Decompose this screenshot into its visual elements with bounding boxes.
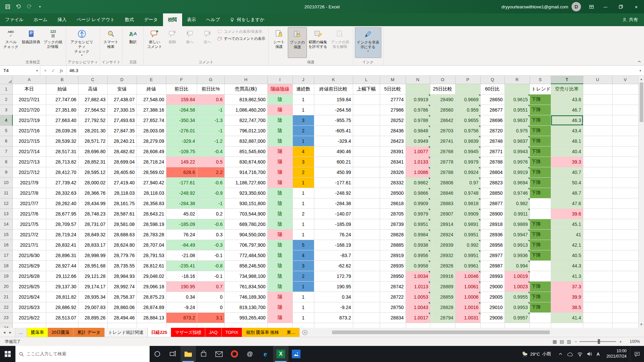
- cell-M1[interactable]: 5日比較: [380, 84, 406, 94]
- protect-workbook-button[interactable]: ブックの 保護: [288, 27, 307, 58]
- cell-H18[interactable]: 858,246,500: [224, 260, 267, 271]
- cell-C1[interactable]: 高値: [78, 84, 107, 94]
- cell-P23[interactable]: 1.0031: [455, 312, 480, 323]
- cell-B20[interactable]: 29,137.30: [46, 281, 78, 292]
- cell-O3[interactable]: 28560: [430, 105, 455, 115]
- cell-N24[interactable]: [406, 323, 430, 328]
- cell-T11[interactable]: 48.7: [551, 188, 583, 198]
- cell-O14[interactable]: 28914: [430, 219, 455, 229]
- tab-formulas[interactable]: 数式: [120, 13, 139, 26]
- cell-C21[interactable]: 28,935.34: [78, 292, 107, 302]
- cell-C9[interactable]: 28,595.12: [78, 167, 107, 177]
- cell-Q6[interactable]: 28748: [480, 136, 504, 146]
- cell-P12[interactable]: 0.9818: [455, 198, 480, 208]
- cell-E11[interactable]: 28,118.03: [137, 188, 166, 198]
- cell-O7[interactable]: 28768: [430, 146, 455, 157]
- cell-K16[interactable]: -168.19: [314, 240, 353, 250]
- cell-E19[interactable]: 29,048.02: [137, 271, 166, 281]
- cell-H5[interactable]: 796,012,100: [224, 125, 267, 136]
- cell-L21[interactable]: [353, 292, 380, 302]
- cell-B14[interactable]: 28,709.57: [46, 219, 78, 229]
- cell-P10[interactable]: 0.97: [455, 177, 480, 188]
- cell-R23[interactable]: 0.9957: [504, 312, 530, 323]
- cell-B12[interactable]: 28,262.40: [46, 198, 78, 208]
- column-header-B[interactable]: B: [46, 76, 78, 84]
- cell-A20[interactable]: 2021/6/25: [12, 281, 46, 292]
- cell-K5[interactable]: -605.41: [314, 125, 353, 136]
- cell-L8[interactable]: [353, 157, 380, 167]
- cell-K8[interactable]: 600.21: [314, 157, 353, 167]
- cell-P9[interactable]: 0.9924: [455, 167, 480, 177]
- cell-R1[interactable]: [504, 84, 530, 94]
- cell-N3[interactable]: 0.9786: [406, 105, 430, 115]
- cell-C6[interactable]: 28,571.72: [78, 136, 107, 146]
- cell-C23[interactable]: 28,895.26: [78, 312, 107, 323]
- cell-V23[interactable]: [612, 312, 638, 323]
- cell-N12[interactable]: 0.9909: [406, 198, 430, 208]
- cell-I19[interactable]: 陰: [267, 271, 292, 281]
- cell-D12[interactable]: 28,161.75: [107, 198, 137, 208]
- row-header-1[interactable]: 1: [0, 84, 12, 94]
- cell-M24[interactable]: [380, 323, 406, 328]
- allow-edit-ranges-button[interactable]: 範囲の編集 を許可する: [307, 27, 329, 58]
- cell-G1[interactable]: 前日比%: [197, 84, 224, 94]
- cell-V2[interactable]: [612, 94, 638, 105]
- cell-R7[interactable]: 0.9943: [504, 146, 530, 157]
- unshare-workbook-button[interactable]: ブックの共 有を解除: [329, 27, 351, 58]
- cell-V6[interactable]: [612, 136, 638, 146]
- cell-I8[interactable]: 陽: [267, 157, 292, 167]
- cell-L3[interactable]: [353, 105, 380, 115]
- thesaurus-button[interactable]: 類義語辞典: [20, 27, 42, 58]
- cell-R8[interactable]: 0.9976: [504, 157, 530, 167]
- cell-A12[interactable]: 2021/7/7: [12, 198, 46, 208]
- cell-C22[interactable]: 29,007.83: [78, 302, 107, 312]
- cell-U21[interactable]: [583, 292, 612, 302]
- row-header-3[interactable]: 3: [0, 105, 12, 115]
- cell-O4[interactable]: 28642: [430, 115, 455, 125]
- cell-V17[interactable]: [612, 250, 638, 260]
- cell-Q23[interactable]: 29008: [480, 312, 504, 323]
- column-header-A[interactable]: A: [12, 76, 46, 84]
- cell-C17[interactable]: 28,998.99: [78, 250, 107, 260]
- column-header-D[interactable]: D: [107, 76, 137, 84]
- cell-D7[interactable]: 28,482.82: [107, 146, 137, 157]
- sheet-nav-left-icon[interactable]: ◄: [3, 330, 6, 334]
- cell-I23[interactable]: 陽: [267, 312, 292, 323]
- cell-V20[interactable]: [612, 281, 638, 292]
- cell-B21[interactable]: 28,811.82: [46, 292, 78, 302]
- cell-G23[interactable]: 3.1: [197, 312, 224, 323]
- column-header-O[interactable]: O: [430, 76, 455, 84]
- cell-Q7[interactable]: 28771: [480, 146, 504, 157]
- add-sheet-icon[interactable]: [300, 328, 310, 337]
- cell-A9[interactable]: 2021/7/12: [12, 167, 46, 177]
- cell-N14[interactable]: 0.9951: [406, 219, 430, 229]
- cell-B8[interactable]: 28,713.82: [46, 157, 78, 167]
- row-header-4[interactable]: 4: [0, 115, 12, 125]
- cell-D4[interactable]: 27,493.63: [107, 115, 137, 125]
- name-box[interactable]: T4 ▾: [0, 66, 40, 75]
- cell-O13[interactable]: 28907: [430, 208, 455, 219]
- cell-C12[interactable]: 28,434.99: [78, 198, 107, 208]
- cell-J8[interactable]: 3: [292, 157, 314, 167]
- row-header-2[interactable]: 2: [0, 94, 12, 105]
- row-header-9[interactable]: 9: [0, 167, 12, 177]
- cell-S2[interactable]: 下降: [530, 94, 551, 105]
- cell-K3[interactable]: -264.58: [314, 105, 353, 115]
- cell-R15[interactable]: 0.9947: [504, 229, 530, 240]
- cell-S22[interactable]: 下降: [530, 302, 551, 312]
- cell-N18[interactable]: 0.9958: [406, 260, 430, 271]
- cell-N11[interactable]: 0.9866: [406, 188, 430, 198]
- cell-V9[interactable]: [612, 167, 638, 177]
- cell-L6[interactable]: [353, 136, 380, 146]
- cell-E15[interactable]: 28,783.28: [137, 229, 166, 240]
- cell-K22[interactable]: -9.24: [314, 302, 353, 312]
- cell-A17[interactable]: 2021/6/30: [12, 250, 46, 260]
- cell-G21[interactable]: 0: [197, 292, 224, 302]
- cell-H14[interactable]: 689,780,200: [224, 219, 267, 229]
- cell-A1[interactable]: 本日: [12, 84, 46, 94]
- cell-F4[interactable]: -350.34: [166, 115, 197, 125]
- column-header-J[interactable]: J: [292, 76, 314, 84]
- cell-P18[interactable]: 0.9961: [455, 260, 480, 271]
- cell-M11[interactable]: 28500: [380, 188, 406, 198]
- cell-U4[interactable]: [583, 115, 612, 125]
